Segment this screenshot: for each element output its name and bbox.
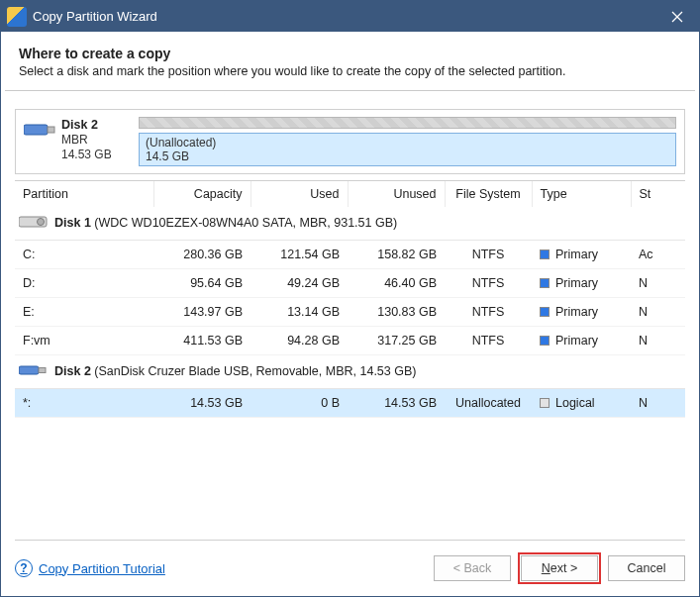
usb-disk-icon — [24, 120, 55, 140]
cell-unused: 14.53 GB — [348, 389, 445, 418]
window-title: Copy Partition Wizard — [33, 9, 655, 24]
partition-row[interactable]: D:95.64 GB49.24 GB46.40 GBNTFSPrimaryN — [15, 269, 685, 298]
target-disk-pane: Disk 2 MBR 14.53 GB (Unallocated) 14.5 G… — [15, 109, 685, 174]
cell-status: N — [631, 269, 685, 298]
cell-unused: 317.25 GB — [348, 327, 445, 355]
titlebar: Copy Partition Wizard — [1, 1, 699, 32]
main-area: Disk 2 MBR 14.53 GB (Unallocated) 14.5 G… — [1, 91, 699, 541]
cell-filesystem: Unallocated — [445, 389, 532, 418]
cell-type: Primary — [532, 269, 631, 298]
cell-used: 13.14 GB — [250, 298, 348, 327]
cell-capacity: 411.53 GB — [153, 327, 250, 355]
cell-filesystem: NTFS — [445, 327, 532, 355]
cell-capacity: 280.36 GB — [153, 241, 250, 269]
back-button[interactable]: < Back — [434, 555, 511, 581]
disk-group-row[interactable]: Disk 1 (WDC WD10EZEX-08WN4A0 SATA, MBR, … — [15, 207, 685, 241]
disk-group-desc: (WDC WD10EZEX-08WN4A0 SATA, MBR, 931.51 … — [94, 216, 397, 230]
partition-table: Partition Capacity Used Unused File Syst… — [15, 181, 685, 455]
cell-capacity: 95.64 GB — [153, 269, 250, 298]
cell-capacity: 143.97 GB — [153, 298, 250, 327]
svg-rect-2 — [24, 125, 48, 135]
disk-group-name: Disk 1 — [54, 216, 91, 230]
cell-type: Primary — [532, 327, 631, 355]
cell-used: 121.54 GB — [250, 241, 348, 269]
cell-status: Ac — [631, 241, 685, 269]
col-status[interactable]: St — [631, 181, 685, 207]
help-link[interactable]: ? Copy Partition Tutorial — [15, 559, 165, 577]
type-swatch-icon — [540, 249, 550, 259]
cell-used: 49.24 GB — [250, 269, 348, 298]
page-subtitle: Select a disk and mark the position wher… — [19, 64, 681, 78]
cell-status: N — [631, 389, 685, 418]
help-icon: ? — [15, 559, 33, 577]
cell-capacity: 14.53 GB — [153, 389, 250, 418]
partition-row[interactable]: E:143.97 GB13.14 GB130.83 GBNTFSPrimaryN — [15, 298, 685, 327]
col-partition[interactable]: Partition — [15, 181, 153, 207]
help-link-label: Copy Partition Tutorial — [39, 561, 165, 576]
target-disk-summary: Disk 2 MBR 14.53 GB — [16, 110, 133, 173]
disk-segment-selected[interactable]: (Unallocated) 14.5 GB — [139, 133, 676, 166]
svg-point-5 — [38, 219, 45, 226]
col-filesystem[interactable]: File System — [445, 181, 532, 207]
type-swatch-icon — [540, 278, 550, 288]
hdd-icon — [19, 215, 49, 232]
target-disk-name: Disk 2 — [61, 118, 112, 133]
segment-label: (Unallocated) — [146, 136, 669, 149]
partition-row[interactable]: C:280.36 GB121.54 GB158.82 GBNTFSPrimary… — [15, 241, 685, 269]
svg-rect-7 — [39, 368, 46, 373]
next-button[interactable]: Next > — [521, 555, 598, 581]
cancel-button[interactable]: Cancel — [608, 555, 685, 581]
type-swatch-icon — [540, 307, 550, 317]
cell-filesystem: NTFS — [445, 298, 532, 327]
wizard-header: Where to create a copy Select a disk and… — [5, 32, 695, 91]
col-used[interactable]: Used — [250, 181, 348, 207]
segment-size: 14.5 GB — [146, 149, 669, 163]
cell-unused: 130.83 GB — [348, 298, 445, 327]
cell-partition: D: — [15, 269, 153, 298]
disk-layout-bar[interactable] — [139, 117, 676, 129]
target-disk-scheme: MBR — [61, 133, 112, 148]
disk-group-desc: (SanDisk Cruzer Blade USB, Removable, MB… — [94, 364, 416, 378]
col-unused[interactable]: Unused — [348, 181, 445, 207]
cell-partition: F:vm — [15, 327, 153, 355]
col-type[interactable]: Type — [532, 181, 631, 207]
cell-partition: C: — [15, 241, 153, 269]
type-swatch-icon — [540, 336, 550, 346]
cell-filesystem: NTFS — [445, 269, 532, 298]
cell-partition: E: — [15, 298, 153, 327]
table-header-row: Partition Capacity Used Unused File Syst… — [15, 181, 685, 207]
svg-rect-3 — [48, 127, 54, 133]
wizard-window: Copy Partition Wizard Where to create a … — [0, 0, 700, 597]
close-icon — [671, 11, 683, 23]
disk-group-name: Disk 2 — [54, 364, 91, 378]
cell-status: N — [631, 327, 685, 355]
usb-disk-icon — [19, 363, 49, 380]
wizard-footer: ? Copy Partition Tutorial < Back Next > … — [1, 541, 699, 596]
cell-type: Primary — [532, 241, 631, 269]
cell-filesystem: NTFS — [445, 241, 532, 269]
cell-unused: 46.40 GB — [348, 269, 445, 298]
disk-group-row[interactable]: Disk 2 (SanDisk Cruzer Blade USB, Remova… — [15, 355, 685, 389]
target-disk-size: 14.53 GB — [61, 148, 112, 162]
page-title: Where to create a copy — [19, 46, 681, 61]
close-button[interactable] — [655, 1, 699, 32]
cell-partition: *: — [15, 389, 153, 418]
cell-used: 0 B — [250, 389, 348, 418]
partition-table-scroll[interactable]: Partition Capacity Used Unused File Syst… — [15, 180, 685, 541]
col-capacity[interactable]: Capacity — [153, 181, 250, 207]
type-swatch-icon — [540, 398, 550, 408]
cell-status: N — [631, 298, 685, 327]
app-icon — [7, 7, 27, 27]
partition-row[interactable]: F:vm411.53 GB94.28 GB317.25 GBNTFSPrimar… — [15, 327, 685, 355]
cell-used: 94.28 GB — [250, 327, 348, 355]
cell-unused: 158.82 GB — [348, 241, 445, 269]
partition-row[interactable]: *:14.53 GB0 B14.53 GBUnallocatedLogicalN — [15, 389, 685, 418]
svg-rect-6 — [19, 366, 39, 374]
cell-type: Logical — [532, 389, 631, 418]
cell-type: Primary — [532, 298, 631, 327]
